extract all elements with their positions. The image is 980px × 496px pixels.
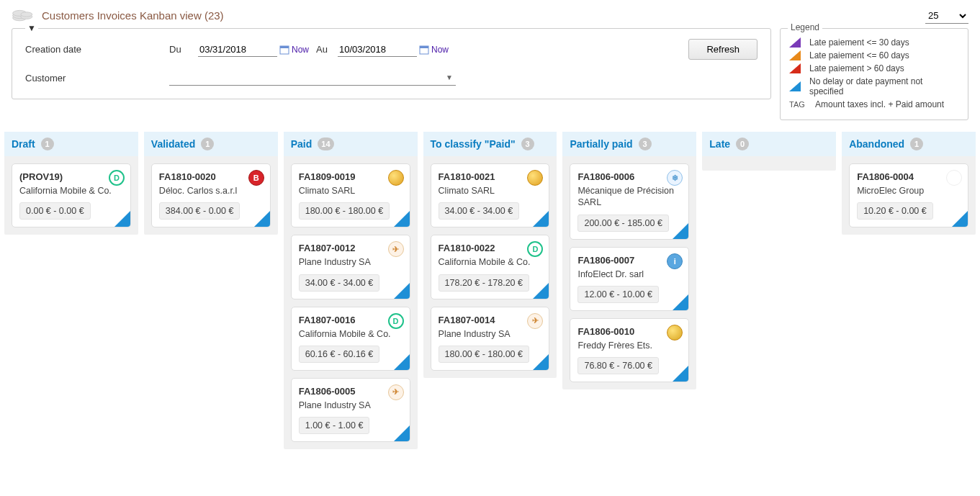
legend-item: Late paiement > 60 days [789, 62, 959, 75]
legend-item: Late paiement <= 60 days [789, 49, 959, 62]
invoice-card[interactable]: ❄FA1806-0006Mécanique de Précision SARL2… [570, 163, 689, 240]
status-corner-icon [533, 211, 549, 227]
legend-box: Legend Late paiement <= 30 daysLate paie… [780, 28, 968, 120]
invoice-card[interactable]: FA1809-0019Climato SARL180.00 € - 180.00… [291, 163, 410, 227]
legend-item-label: Late paiement <= 30 days [809, 37, 909, 48]
kanban-column-header[interactable]: Late0 [702, 132, 836, 156]
kanban-column: Partially paid3❄FA1806-0006Mécanique de … [562, 132, 696, 389]
legend-tag-key: TAG [789, 100, 806, 109]
company-logo-icon: ❄ [667, 170, 683, 186]
refresh-button[interactable]: Refresh [688, 39, 758, 60]
kanban-column-header[interactable]: To classify "Paid"3 [423, 132, 557, 156]
kanban-column-body: BFA1810-0020Déloc. Carlos s.a.r.l384.00 … [144, 156, 278, 235]
kanban-column-header[interactable]: Partially paid3 [562, 132, 696, 156]
invoice-amount: 178.20 € - 178.20 € [439, 274, 529, 292]
invoice-card[interactable]: FA1806-0010Freddy Frères Ets.76.80 € - 7… [570, 318, 689, 382]
invoice-customer: Plane Industry SA [439, 328, 542, 340]
calendar-icon[interactable] [417, 45, 431, 55]
kanban-column-body: D(PROV19)California Mobile & Co.0.00 € -… [4, 156, 138, 235]
kanban-column-body: FA1806-0004MicroElec Group10.20 € - 0.00… [842, 156, 976, 235]
date-from-input[interactable] [198, 42, 277, 57]
kanban-column-header[interactable]: Draft1 [4, 132, 138, 156]
invoice-customer: California Mobile & Co. [299, 328, 403, 340]
from-label: Du [169, 44, 198, 55]
kanban-column-count: 0 [736, 137, 749, 150]
invoice-amount: 384.00 € - 0.00 € [159, 202, 240, 220]
invoice-amount: 1.00 € - 1.00 € [299, 417, 370, 434]
invoice-amount: 60.16 € - 60.16 € [299, 346, 380, 363]
invoice-customer: Plane Industry SA [299, 400, 403, 411]
kanban-column-header[interactable]: Abandoned1 [842, 132, 976, 156]
invoice-customer: Climato SARL [439, 185, 542, 197]
kanban-column-count: 3 [521, 137, 534, 150]
invoice-card[interactable]: iFA1806-0007InfoElect Dr. sarl12.00 € - … [570, 247, 689, 311]
filter-collapse-icon[interactable]: ▼ [25, 23, 38, 33]
invoice-card[interactable]: DFA1807-0016California Mobile & Co.60.16… [291, 307, 410, 371]
invoice-card[interactable]: FA1806-0004MicroElec Group10.20 € - 0.00… [849, 163, 968, 227]
company-logo-icon: D [109, 170, 125, 186]
company-logo-icon: ✈ [388, 384, 404, 400]
chevron-down-icon: ▼ [446, 73, 453, 81]
kanban-column-title: To classify "Paid" [431, 138, 516, 150]
invoice-card[interactable]: ✈FA1807-0014Plane Industry SA180.00 € - … [431, 307, 550, 371]
legend-triangle-icon [789, 37, 801, 48]
status-corner-icon [673, 294, 688, 310]
calendar-icon[interactable] [277, 45, 292, 55]
invoice-card[interactable]: BFA1810-0020Déloc. Carlos s.a.r.l384.00 … [151, 163, 271, 227]
invoice-amount: 180.00 € - 180.00 € [439, 346, 529, 363]
date-to-input[interactable] [338, 42, 417, 57]
status-corner-icon [394, 283, 410, 299]
invoice-card[interactable]: ✈FA1806-0005Plane Industry SA1.00 € - 1.… [291, 378, 410, 442]
company-logo-icon: ✈ [527, 313, 543, 329]
status-corner-icon [533, 354, 549, 370]
invoice-ref: FA1806-0006 [577, 171, 681, 182]
invoice-card[interactable]: D(PROV19)California Mobile & Co.0.00 € -… [12, 163, 131, 227]
invoice-customer: California Mobile & Co. [19, 185, 123, 197]
legend-item-label: Late paiement <= 60 days [809, 50, 909, 60]
invoice-amount: 34.00 € - 34.00 € [439, 202, 520, 220]
kanban-column-count: 3 [639, 137, 652, 150]
kanban-column-header[interactable]: Paid14 [284, 132, 418, 156]
kanban-column-title: Abandoned [849, 138, 904, 150]
now-to-link[interactable]: Now [431, 45, 456, 55]
kanban-column-body: FA1809-0019Climato SARL180.00 € - 180.00… [284, 156, 418, 449]
status-corner-icon [254, 211, 270, 227]
now-from-link[interactable]: Now [292, 45, 316, 55]
creation-date-label: Creation date [25, 44, 169, 55]
status-corner-icon [394, 211, 410, 227]
legend-tag-label: Amount taxes incl. + Paid amount [815, 99, 944, 109]
invoice-amount: 76.80 € - 76.00 € [577, 357, 659, 374]
svg-rect-6 [280, 46, 289, 48]
company-logo-icon: B [248, 170, 264, 186]
legend-triangle-icon [789, 63, 801, 73]
invoice-card[interactable]: DFA1810-0022California Mobile & Co.178.2… [431, 235, 550, 299]
invoice-customer: Freddy Frères Ets. [577, 340, 681, 351]
kanban-column-body: ❄FA1806-0006Mécanique de Précision SARL2… [562, 156, 696, 389]
legend-triangle-icon [789, 81, 801, 91]
kanban-board: Draft1D(PROV19)California Mobile & Co.0.… [0, 132, 980, 458]
invoice-card[interactable]: FA1810-0021Climato SARL34.00 € - 34.00 € [431, 163, 550, 227]
legend-triangle-icon [789, 50, 801, 60]
invoice-customer: Déloc. Carlos s.a.r.l [159, 185, 263, 197]
kanban-column: Draft1D(PROV19)California Mobile & Co.0.… [4, 132, 138, 235]
company-logo-icon [527, 170, 543, 186]
customer-select[interactable]: ▼ [169, 70, 456, 86]
invoice-customer: Plane Industry SA [299, 256, 403, 268]
kanban-column: Paid14FA1809-0019Climato SARL180.00 € - … [284, 132, 418, 449]
invoice-card[interactable]: ✈FA1807-0012Plane Industry SA34.00 € - 3… [291, 235, 410, 299]
invoice-customer: California Mobile & Co. [439, 256, 542, 268]
kanban-column: Late0 [702, 132, 836, 171]
invoice-amount: 200.00 € - 185.00 € [577, 215, 668, 232]
invoice-ref: (PROV19) [19, 171, 123, 182]
invoice-ref: FA1807-0012 [299, 243, 403, 253]
invoice-amount: 180.00 € - 180.00 € [299, 202, 390, 220]
kanban-column-header[interactable]: Validated1 [144, 132, 278, 156]
company-logo-icon: i [667, 253, 683, 269]
legend-item-label: No delay or date payment not specified [809, 76, 959, 96]
legend-title: Legend [788, 22, 822, 32]
page-size-select[interactable]: 25 [925, 8, 968, 24]
kanban-column-body [702, 156, 836, 171]
legend-item-label: Late paiement > 60 days [809, 63, 904, 73]
company-logo-icon [388, 170, 404, 186]
to-label: Au [316, 44, 338, 55]
